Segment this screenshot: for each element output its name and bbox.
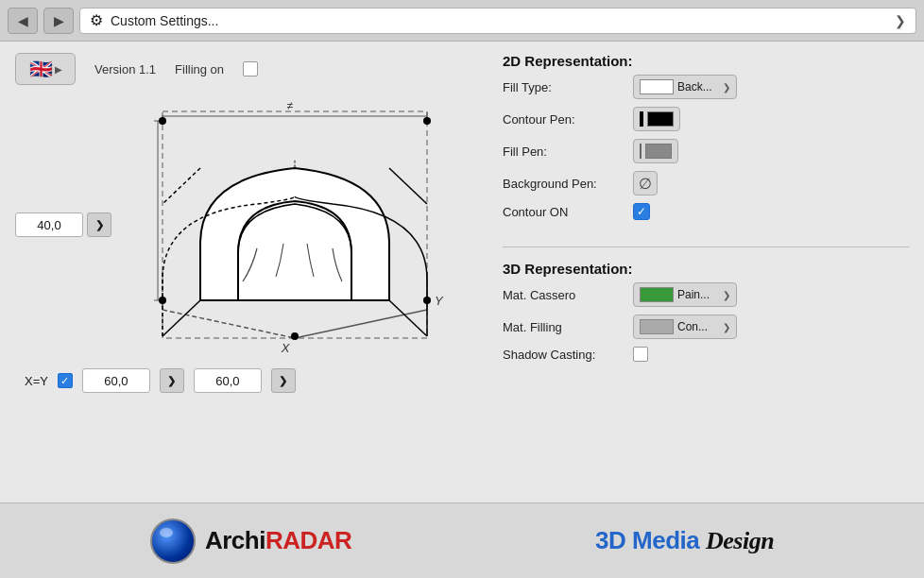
- bottom-controls: X=Y ✓ 60,0 ❯ 60,0 ❯: [25, 368, 488, 393]
- 3d-logo-text: 3D: [595, 526, 632, 554]
- svg-point-16: [291, 332, 299, 340]
- mat-filling-label: Mat. Filling: [503, 320, 625, 334]
- shadow-casting-checkbox[interactable]: [633, 347, 648, 362]
- 3d-section-title: 3D Representation:: [503, 261, 909, 277]
- title-area: ⚙ Custom Settings... ❯: [79, 8, 916, 34]
- language-button[interactable]: 🇬🇧: [15, 53, 76, 85]
- fill-type-button[interactable]: Back... ❯: [633, 75, 737, 99]
- fill-type-row: Fill Type: Back... ❯: [503, 75, 909, 99]
- fill-type-text: Back...: [677, 80, 719, 94]
- archiradar-logo: ArchiRADAR: [150, 518, 351, 564]
- filling-label: Filling on: [175, 62, 224, 76]
- background-pen-button[interactable]: ∅: [633, 171, 658, 196]
- svg-text:Y: Y: [435, 294, 444, 308]
- contour-pen-swatch: [647, 111, 674, 127]
- preview-svg: X Y ≠: [134, 93, 455, 357]
- left-panel: 🇬🇧 Version 1.1 Filling on 40,0 ❯: [15, 53, 488, 491]
- section-divider: [503, 246, 909, 247]
- mat-cassero-row: Mat. Cassero Pain... ❯: [503, 282, 909, 307]
- background-pen-label: Background Pen:: [503, 177, 625, 191]
- mat-filling-arrow-icon: ❯: [723, 322, 730, 332]
- media-logo-text: Media: [632, 526, 706, 554]
- svg-point-17: [159, 117, 166, 125]
- title-arrow-icon: ❯: [895, 13, 906, 28]
- 2d-section-title: 2D Representation:: [503, 53, 909, 69]
- svg-point-18: [423, 117, 431, 125]
- background-pen-row: Background Pen: ∅: [503, 171, 909, 196]
- svg-line-20: [389, 300, 427, 336]
- left-stepper-button[interactable]: ❯: [87, 212, 111, 237]
- left-value-group: 40,0 ❯: [15, 212, 111, 237]
- back-button[interactable]: ◀: [8, 8, 38, 34]
- svg-line-19: [163, 300, 200, 336]
- settings-icon: ⚙: [90, 11, 103, 29]
- shadow-casting-row: Shadow Casting:: [503, 347, 909, 362]
- svg-line-2: [295, 310, 427, 338]
- xy-checkbox[interactable]: ✓: [58, 373, 73, 388]
- mat-cassero-swatch: [640, 287, 674, 302]
- forward-button[interactable]: ▶: [43, 8, 74, 34]
- 3d-representation-section: 3D Representation: Mat. Cassero Pain... …: [503, 261, 909, 369]
- mat-filling-text: Con...: [677, 320, 719, 333]
- 3dmedia-logo: 3D Media Design: [595, 526, 774, 555]
- contour-pen-button[interactable]: [633, 107, 680, 131]
- 2d-representation-section: 2D Representation: Fill Type: Back... ❯ …: [503, 53, 909, 233]
- archiradar-logo-text: ArchiRADAR: [205, 526, 351, 555]
- footer: ArchiRADAR 3D Media Design: [0, 502, 924, 578]
- title-bar: ◀ ▶ ⚙ Custom Settings... ❯: [0, 0, 924, 42]
- y-value-input[interactable]: 60,0: [194, 368, 262, 393]
- 3d-preview: X Y ≠: [134, 93, 474, 357]
- mat-cassero-button[interactable]: Pain... ❯: [633, 282, 737, 307]
- shadow-casting-label: Shadow Casting:: [503, 348, 625, 362]
- xy-label: X=Y: [25, 374, 48, 388]
- x-stepper-button[interactable]: ❯: [160, 368, 184, 393]
- mat-filling-row: Mat. Filling Con... ❯: [503, 314, 909, 339]
- fill-pen-swatch: [645, 144, 672, 159]
- contour-on-row: Contour ON ✓: [503, 203, 909, 220]
- mat-filling-button[interactable]: Con... ❯: [633, 314, 737, 339]
- filling-checkbox[interactable]: [243, 61, 258, 76]
- right-panel: 2D Representation: Fill Type: Back... ❯ …: [503, 53, 909, 491]
- contour-on-checkbox[interactable]: ✓: [633, 203, 650, 220]
- mat-cassero-arrow-icon: ❯: [723, 290, 730, 300]
- contour-on-label: Contour ON: [503, 205, 625, 219]
- version-label: Version 1.1: [94, 62, 156, 76]
- svg-line-1: [163, 310, 295, 338]
- svg-text:≠: ≠: [287, 99, 294, 112]
- pen-thin-icon: [640, 144, 642, 159]
- title-text: Custom Settings...: [111, 13, 887, 28]
- fill-pen-label: Fill Pen:: [503, 144, 625, 159]
- fill-pen-button[interactable]: [633, 139, 678, 163]
- y-stepper-button[interactable]: ❯: [271, 368, 296, 393]
- left-value-input[interactable]: 40,0: [15, 212, 83, 237]
- contour-pen-label: Contour Pen:: [503, 112, 625, 127]
- svg-line-21: [163, 168, 200, 204]
- top-row: 🇬🇧 Version 1.1 Filling on: [15, 53, 488, 85]
- mat-filling-swatch: [640, 319, 674, 334]
- fill-type-label: Fill Type:: [503, 80, 625, 94]
- fill-type-swatch: [640, 79, 674, 94]
- fill-type-arrow-icon: ❯: [723, 82, 730, 93]
- main-content: 🇬🇧 Version 1.1 Filling on 40,0 ❯: [0, 42, 924, 502]
- design-logo-text: Design: [706, 527, 774, 554]
- svg-text:X: X: [281, 341, 291, 355]
- archiradar-logo-ball: [150, 518, 196, 564]
- mat-cassero-label: Mat. Cassero: [503, 288, 625, 302]
- svg-line-22: [389, 168, 427, 204]
- contour-pen-row: Contour Pen:: [503, 107, 909, 131]
- fill-pen-row: Fill Pen:: [503, 139, 909, 163]
- mat-cassero-text: Pain...: [677, 288, 719, 301]
- x-value-input[interactable]: 60,0: [82, 368, 150, 393]
- pen-thick-icon: [640, 111, 643, 127]
